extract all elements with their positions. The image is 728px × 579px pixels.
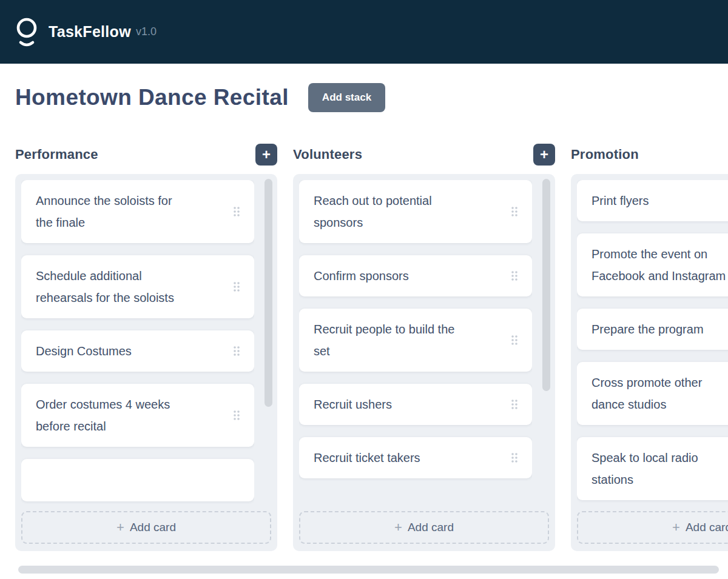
drag-handle-icon[interactable] [510, 451, 520, 464]
vertical-scrollbar[interactable] [265, 179, 272, 407]
stacks-row: Performance + Announce the soloists for … [15, 144, 728, 551]
stack-header: Performance + [15, 144, 277, 166]
add-card-plus-button[interactable]: + [533, 144, 555, 166]
plus-icon: + [116, 520, 124, 535]
task-card[interactable]: Recruit ticket takers [299, 437, 532, 478]
plus-icon: + [394, 520, 402, 535]
stack-header: Promotion + [571, 144, 728, 166]
card-text: Recruit ushers [314, 393, 457, 415]
drag-handle-icon[interactable] [232, 344, 242, 358]
task-card[interactable]: Design Costumes [21, 330, 254, 372]
task-card[interactable]: Promote the event on Facebook and Instag… [577, 233, 728, 296]
add-card-button[interactable]: + Add card [299, 511, 549, 544]
card-text: Recruit ticket takers [314, 447, 457, 469]
drag-handle-icon[interactable] [510, 205, 520, 218]
plus-icon: + [672, 520, 680, 535]
stack-body: Reach out to potential sponsors Confirm … [293, 174, 555, 551]
top-bar: TaskFellow v1.0 [0, 0, 728, 64]
horizontal-scrollbar[interactable] [18, 566, 719, 574]
task-card[interactable]: Recruit people to build the set [299, 309, 532, 372]
task-card[interactable]: Speak to local radio stations [577, 437, 728, 500]
add-stack-button[interactable]: Add stack [308, 83, 385, 112]
task-card[interactable]: Print flyers [577, 180, 728, 221]
card-text: Schedule additional rehearsals for the s… [36, 265, 179, 309]
drag-handle-icon[interactable] [232, 280, 242, 293]
stack-title: Performance [15, 147, 98, 162]
drag-handle-icon[interactable] [232, 409, 242, 422]
card-text: Order costumes 4 weeks before recital [36, 393, 179, 437]
card-text: Announce the soloists for the finale [36, 190, 179, 233]
stack-performance: Performance + Announce the soloists for … [15, 144, 277, 551]
task-card-partial[interactable] [21, 459, 254, 501]
card-text: Speak to local radio stations [592, 447, 728, 490]
task-card[interactable]: Schedule additional rehearsals for the s… [21, 255, 254, 318]
stack-body: Announce the soloists for the finale Sch… [15, 174, 277, 551]
stack-body: Print flyers Promote the event on Facebo… [571, 174, 728, 551]
card-text: Print flyers [592, 190, 728, 212]
taskfellow-logo-icon [13, 15, 41, 49]
app-name: TaskFellow [49, 23, 131, 41]
stack-promotion: Promotion + Print flyers Promote the eve… [571, 144, 728, 551]
page-title: Hometown Dance Recital [15, 85, 289, 110]
task-card[interactable]: Prepare the program [577, 309, 728, 350]
drag-handle-icon[interactable] [510, 269, 520, 283]
card-list: Print flyers Promote the event on Facebo… [577, 180, 728, 504]
task-card[interactable]: Recruit ushers [299, 384, 532, 425]
add-card-button[interactable]: + Add card [21, 511, 271, 544]
task-card[interactable]: Reach out to potential sponsors [299, 180, 532, 243]
board: Hometown Dance Recital Add stack Perform… [0, 82, 728, 551]
add-card-label: Add card [686, 521, 728, 534]
card-text: Design Costumes [36, 340, 179, 362]
card-text: Confirm sponsors [314, 265, 457, 287]
add-card-button[interactable]: + Add card [577, 511, 728, 544]
card-list: Reach out to potential sponsors Confirm … [299, 180, 532, 504]
add-card-label: Add card [130, 521, 176, 534]
stack-header: Volunteers + [293, 144, 555, 166]
task-card[interactable]: Cross promote other dance studios [577, 362, 728, 425]
drag-handle-icon[interactable] [232, 205, 242, 218]
stack-title: Volunteers [293, 147, 362, 162]
add-card-label: Add card [408, 521, 454, 534]
task-card[interactable]: Announce the soloists for the finale [21, 180, 254, 243]
stack-title: Promotion [571, 147, 639, 162]
vertical-scrollbar[interactable] [542, 179, 550, 391]
card-list: Announce the soloists for the finale Sch… [21, 180, 254, 504]
task-card[interactable]: Order costumes 4 weeks before recital [21, 384, 254, 447]
card-text: Recruit people to build the set [314, 318, 457, 362]
add-card-plus-button[interactable]: + [255, 144, 277, 166]
card-text: Promote the event on Facebook and Instag… [592, 243, 728, 287]
card-text: Prepare the program [592, 318, 728, 340]
app-version: v1.0 [136, 25, 157, 38]
drag-handle-icon[interactable] [510, 333, 520, 347]
task-card[interactable]: Confirm sponsors [299, 255, 532, 296]
card-text: Reach out to potential sponsors [314, 190, 457, 233]
card-text: Cross promote other dance studios [592, 372, 728, 415]
board-title-row: Hometown Dance Recital Add stack [15, 82, 728, 113]
drag-handle-icon[interactable] [510, 398, 520, 411]
stack-volunteers: Volunteers + Reach out to potential spon… [293, 144, 555, 551]
